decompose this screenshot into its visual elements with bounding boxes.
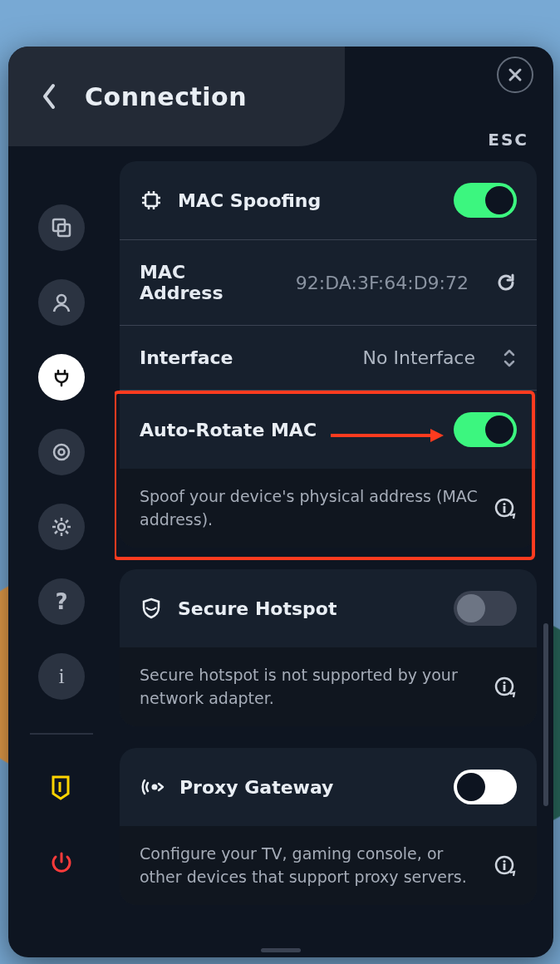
svg-rect-16 [504, 863, 506, 870]
auto-rotate-row: Auto-Rotate MAC [120, 390, 537, 469]
proxy-toggle[interactable] [454, 770, 517, 804]
close-button[interactable] [497, 57, 533, 93]
interface-row[interactable]: Interface No Interface [120, 325, 537, 390]
close-icon [507, 66, 523, 83]
sidebar-item-info[interactable]: i [38, 653, 85, 700]
back-button[interactable] [32, 80, 65, 113]
proxy-desc: Configure your TV, gaming console, or ot… [120, 826, 537, 905]
svg-rect-12 [504, 685, 506, 691]
chip-icon [140, 189, 163, 212]
hotspot-toggle[interactable] [454, 591, 517, 626]
sidebar-item-windows[interactable] [38, 204, 85, 251]
info-link-icon [494, 497, 517, 520]
svg-point-15 [503, 860, 505, 863]
shield-badge-icon [50, 775, 73, 801]
hotspot-desc-text: Secure hotspot is not supported by your … [140, 664, 480, 710]
mac-card: MAC Spoofing MAC Address 92:DA:3F:64:D9:… [120, 161, 537, 548]
mac-spoofing-toggle[interactable] [454, 183, 517, 218]
sidebar-item-target[interactable] [38, 429, 85, 475]
svg-point-5 [58, 524, 65, 530]
chevron-updown-icon [502, 348, 517, 368]
sidebar-item-connection[interactable] [38, 354, 85, 401]
auto-rotate-toggle[interactable] [454, 412, 517, 447]
svg-point-4 [59, 450, 65, 455]
refresh-icon [495, 272, 517, 293]
power-icon [50, 851, 73, 874]
svg-point-2 [57, 295, 66, 303]
svg-rect-9 [504, 506, 506, 513]
content-area: MAC Spoofing MAC Address 92:DA:3F:64:D9:… [115, 146, 553, 957]
sidebar: ? i [8, 146, 115, 957]
plug-icon [51, 366, 72, 388]
svg-point-8 [503, 502, 505, 504]
drag-handle[interactable] [261, 948, 301, 952]
mac-spoofing-label: MAC Spoofing [178, 190, 321, 211]
target-icon [51, 441, 72, 463]
scrollbar[interactable] [543, 623, 548, 806]
chevron-left-icon [40, 82, 56, 111]
settings-panel: Connection ESC ? [8, 47, 553, 957]
refresh-mac-button[interactable] [495, 272, 517, 293]
shield-icon [140, 597, 163, 620]
gear-icon [51, 516, 72, 538]
info-icon: i [58, 664, 64, 689]
mac-address-label: MAC Address [140, 262, 266, 303]
mac-desc-text: Spoof your device's physical address (MA… [140, 485, 480, 531]
page-title: Connection [85, 82, 247, 111]
panel-header: Connection [8, 47, 345, 146]
sidebar-item-help[interactable]: ? [38, 578, 85, 625]
mac-info-button[interactable] [494, 497, 517, 520]
interface-value: No Interface [363, 347, 475, 368]
hotspot-row: Secure Hotspot [120, 569, 537, 647]
proxy-info-button[interactable] [494, 854, 517, 878]
hotspot-desc: Secure hotspot is not supported by your … [120, 647, 537, 726]
hotspot-card: Secure Hotspot Secure hotspot is not sup… [120, 569, 537, 726]
proxy-label: Proxy Gateway [179, 777, 333, 798]
hotspot-info-button[interactable] [494, 676, 517, 699]
svg-point-13 [152, 784, 158, 790]
mac-card-desc: Spoof your device's physical address (MA… [120, 469, 537, 548]
person-icon [51, 292, 72, 313]
sidebar-separator [30, 733, 93, 735]
sidebar-item-power[interactable] [38, 839, 85, 886]
panel-body: ? i MAC Spoofi [8, 146, 553, 957]
svg-point-11 [503, 681, 505, 684]
windows-icon [51, 217, 72, 239]
mac-spoofing-row: MAC Spoofing [120, 161, 537, 239]
info-link-icon [494, 676, 517, 699]
proxy-desc-text: Configure your TV, gaming console, or ot… [140, 843, 480, 888]
proxy-card: Proxy Gateway Configure your TV, gaming … [120, 748, 537, 905]
broadcast-icon [140, 776, 165, 798]
sidebar-item-badge[interactable] [38, 765, 85, 811]
hotspot-label: Secure Hotspot [178, 598, 336, 619]
proxy-row: Proxy Gateway [120, 748, 537, 826]
auto-rotate-label: Auto-Rotate MAC [140, 420, 317, 440]
interface-select-icon [502, 348, 517, 368]
mac-address-row: MAC Address 92:DA:3F:64:D9:72 [120, 239, 537, 325]
mac-address-value: 92:DA:3F:64:D9:72 [296, 273, 469, 293]
question-icon: ? [55, 589, 67, 614]
info-link-icon [494, 854, 517, 878]
interface-label: Interface [140, 347, 233, 368]
sidebar-item-settings[interactable] [38, 504, 85, 550]
svg-point-3 [54, 445, 69, 460]
sidebar-item-account[interactable] [38, 279, 85, 326]
svg-rect-6 [145, 194, 157, 206]
